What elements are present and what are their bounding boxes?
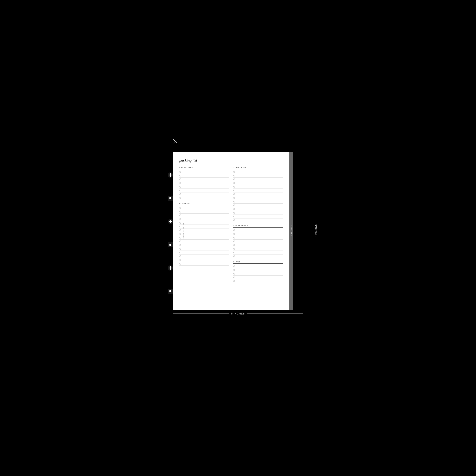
checkbox[interactable] <box>179 229 181 231</box>
list-item <box>179 196 229 200</box>
checkbox[interactable] <box>233 248 235 250</box>
shoes-section: SHOES <box>233 261 283 283</box>
list-item <box>179 243 229 247</box>
checkbox[interactable] <box>179 259 181 261</box>
checkbox[interactable] <box>233 216 235 217</box>
checkbox[interactable] <box>179 226 181 227</box>
checkbox[interactable] <box>233 220 235 221</box>
checkbox[interactable] <box>179 207 181 209</box>
list-item <box>233 192 283 196</box>
list-item <box>179 240 229 243</box>
checkbox[interactable] <box>179 171 181 173</box>
checkbox[interactable] <box>179 255 181 257</box>
checkbox[interactable] <box>179 197 181 199</box>
list-item <box>233 268 283 272</box>
arrow-line-bottom <box>316 238 316 310</box>
checkbox[interactable] <box>179 193 181 195</box>
page: packing list ESSENTIALS <box>173 152 289 310</box>
clothing-section: CLOTHING <box>179 203 229 266</box>
toiletries-line <box>233 169 283 169</box>
checkbox[interactable] <box>233 212 235 214</box>
checkbox[interactable] <box>233 273 235 274</box>
brand-label: CLOTH & PAPER <box>183 222 184 239</box>
list-item <box>233 236 283 240</box>
checkbox[interactable] <box>233 175 235 176</box>
list-item <box>179 251 229 255</box>
checkbox[interactable] <box>233 244 235 246</box>
checkbox[interactable] <box>233 204 235 206</box>
list-item <box>233 240 283 243</box>
checkbox[interactable] <box>233 178 235 180</box>
list-item <box>233 251 283 255</box>
list-item <box>179 210 229 214</box>
columns: ESSENTIALS <box>179 167 283 283</box>
list-item <box>233 276 283 279</box>
side-bar: 7 INCHES <box>289 152 293 310</box>
page-wrapper: packing list ESSENTIALS <box>173 152 303 310</box>
checkbox[interactable] <box>233 265 235 267</box>
width-label: 5 INCHES <box>231 312 245 315</box>
list-item <box>233 272 283 276</box>
rings <box>168 152 173 310</box>
list-item <box>233 185 283 189</box>
list-item <box>233 204 283 207</box>
checkbox[interactable] <box>233 229 235 231</box>
toiletries-section: TOILETRIES <box>233 167 283 222</box>
checkbox[interactable] <box>179 244 181 246</box>
checkbox[interactable] <box>179 233 181 235</box>
arrow-line-top <box>316 152 316 223</box>
checkbox[interactable] <box>179 186 181 187</box>
dim-line-left <box>173 314 229 314</box>
list-item <box>179 214 229 217</box>
checkbox[interactable] <box>233 208 235 210</box>
ring-2 <box>168 196 173 201</box>
checkbox[interactable] <box>179 178 181 180</box>
checkbox[interactable] <box>233 193 235 195</box>
checkbox[interactable] <box>233 233 235 235</box>
list-item <box>179 225 229 228</box>
checkbox[interactable] <box>233 237 235 238</box>
spacer <box>233 258 283 261</box>
checkbox[interactable] <box>179 218 181 220</box>
shoes-header: SHOES <box>233 261 283 263</box>
checkbox[interactable] <box>233 201 235 203</box>
checkbox[interactable] <box>179 190 181 191</box>
checkbox[interactable] <box>179 237 181 238</box>
list-item <box>233 215 283 219</box>
list-item <box>233 211 283 215</box>
shoes-rows <box>233 265 283 283</box>
checkbox[interactable] <box>179 175 181 176</box>
list-item <box>233 247 283 251</box>
list-item <box>179 170 229 174</box>
list-item <box>233 255 283 258</box>
checkbox[interactable] <box>233 182 235 184</box>
toiletries-header: TOILETRIES <box>233 167 283 168</box>
checkbox[interactable] <box>233 186 235 187</box>
ring-6 <box>168 289 173 294</box>
checkbox[interactable] <box>233 171 235 173</box>
checkbox[interactable] <box>233 197 235 199</box>
checkbox[interactable] <box>179 222 181 224</box>
checkbox[interactable] <box>233 240 235 242</box>
checkbox[interactable] <box>179 263 181 265</box>
checkbox[interactable] <box>179 182 181 184</box>
checkbox[interactable] <box>179 248 181 250</box>
list-item <box>179 217 229 221</box>
checkbox[interactable] <box>233 255 235 257</box>
list-item <box>233 265 283 268</box>
dim-line-right <box>247 314 303 314</box>
checkbox[interactable] <box>179 240 181 242</box>
checkbox[interactable] <box>179 211 181 212</box>
checkbox[interactable] <box>179 215 181 216</box>
checkbox[interactable] <box>179 252 181 253</box>
outer-container: packing list ESSENTIALS <box>173 152 303 315</box>
checkbox[interactable] <box>233 280 235 282</box>
spacer <box>179 200 229 203</box>
checkbox[interactable] <box>233 190 235 191</box>
checkbox[interactable] <box>233 277 235 278</box>
left-column: ESSENTIALS <box>179 167 229 283</box>
checkbox[interactable] <box>233 252 235 253</box>
checkbox[interactable] <box>233 269 235 271</box>
list-item <box>233 207 283 211</box>
tick-mark <box>173 139 178 144</box>
